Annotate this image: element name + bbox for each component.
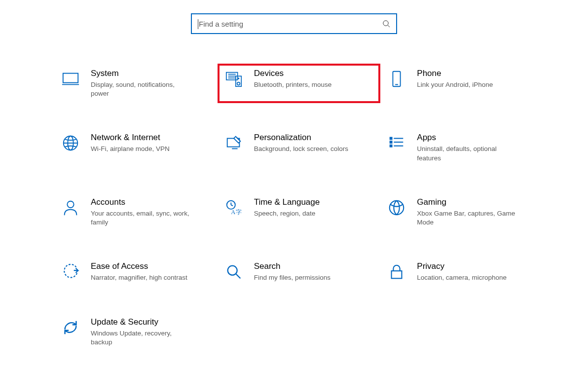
search-icon bbox=[382, 20, 390, 28]
system-icon bbox=[61, 70, 80, 88]
magnifier-icon bbox=[224, 262, 243, 281]
svg-point-10 bbox=[238, 78, 239, 79]
tile-title: Phone bbox=[417, 69, 493, 78]
tile-title: Personalization bbox=[254, 133, 348, 143]
svg-point-25 bbox=[67, 201, 74, 208]
tile-sub: Windows Update, recovery, backup bbox=[91, 329, 194, 347]
tile-text: Devices Bluetooth, printers, mouse bbox=[254, 69, 332, 89]
tile-sub: Your accounts, email, sync, work, family bbox=[91, 209, 194, 227]
tile-devices[interactable]: Devices Bluetooth, printers, mouse bbox=[218, 64, 381, 103]
settings-home: System Display, sound, notifications, po… bbox=[0, 0, 588, 352]
svg-line-28 bbox=[231, 205, 233, 206]
personalization-icon bbox=[224, 134, 243, 152]
tile-title: Ease of Access bbox=[91, 261, 187, 271]
tile-search[interactable]: Search Find my files, permissions bbox=[218, 257, 381, 287]
tile-text: Time & Language Speech, region, date bbox=[254, 197, 320, 218]
tile-update-security[interactable]: Update & Security Windows Update, recove… bbox=[54, 312, 218, 352]
devices-icon bbox=[224, 70, 243, 88]
svg-point-32 bbox=[227, 266, 237, 275]
svg-rect-19 bbox=[390, 138, 392, 140]
update-icon bbox=[61, 318, 80, 337]
svg-rect-34 bbox=[392, 271, 402, 278]
tile-network[interactable]: Network & Internet Wi-Fi, airplane mode,… bbox=[54, 128, 218, 167]
svg-point-0 bbox=[383, 21, 388, 26]
svg-rect-21 bbox=[390, 145, 392, 147]
tile-text: Network & Internet Wi-Fi, airplane mode,… bbox=[91, 133, 170, 153]
svg-text:字: 字 bbox=[235, 209, 241, 216]
tile-sub: Xbox Game Bar, captures, Game Mode bbox=[417, 209, 520, 227]
svg-line-1 bbox=[388, 25, 390, 27]
tile-sub: Display, sound, notifications, power bbox=[91, 80, 194, 98]
tile-text: Accounts Your accounts, email, sync, wor… bbox=[91, 197, 194, 227]
gaming-icon bbox=[387, 198, 406, 217]
svg-line-33 bbox=[236, 274, 240, 279]
tile-sub: Uninstall, defaults, optional features bbox=[417, 145, 520, 162]
tile-apps[interactable]: Apps Uninstall, defaults, optional featu… bbox=[380, 128, 544, 167]
tile-text: Update & Security Windows Update, recove… bbox=[91, 317, 194, 347]
tile-text: Personalization Background, lock screen,… bbox=[254, 133, 348, 153]
search-box[interactable] bbox=[191, 13, 397, 34]
time-language-icon: A 字 bbox=[224, 198, 243, 217]
tile-text: Phone Link your Android, iPhone bbox=[417, 69, 493, 89]
lock-icon bbox=[387, 262, 406, 281]
svg-point-9 bbox=[237, 82, 240, 85]
person-icon bbox=[61, 198, 80, 217]
tile-title: Network & Internet bbox=[91, 133, 170, 143]
ease-of-access-icon bbox=[61, 262, 80, 281]
tile-title: Devices bbox=[254, 69, 332, 78]
globe-icon bbox=[61, 134, 80, 152]
search-input[interactable] bbox=[198, 19, 382, 29]
tile-text: Search Find my files, permissions bbox=[254, 261, 331, 282]
tile-sub: Wi-Fi, airplane mode, VPN bbox=[91, 145, 170, 153]
tile-text: Ease of Access Narrator, magnifier, high… bbox=[91, 261, 187, 282]
tile-title: Gaming bbox=[417, 197, 520, 207]
settings-grid: System Display, sound, notifications, po… bbox=[0, 64, 588, 352]
tile-sub: Location, camera, microphone bbox=[417, 273, 507, 282]
tile-ease-of-access[interactable]: Ease of Access Narrator, magnifier, high… bbox=[54, 257, 218, 287]
tile-sub: Link your Android, iPhone bbox=[417, 80, 493, 89]
tile-text: Apps Uninstall, defaults, optional featu… bbox=[417, 133, 520, 162]
tile-text: System Display, sound, notifications, po… bbox=[91, 69, 194, 98]
tile-personalization[interactable]: Personalization Background, lock screen,… bbox=[218, 128, 381, 167]
tile-privacy[interactable]: Privacy Location, camera, microphone bbox=[380, 257, 544, 287]
tile-text: Privacy Location, camera, microphone bbox=[417, 261, 507, 282]
text-caret bbox=[198, 19, 198, 29]
tile-phone[interactable]: Phone Link your Android, iPhone bbox=[380, 64, 544, 103]
tile-sub: Background, lock screen, colors bbox=[254, 145, 348, 153]
apps-icon bbox=[387, 134, 406, 152]
tile-title: Apps bbox=[417, 133, 520, 143]
tile-title: System bbox=[91, 69, 194, 78]
tile-sub: Speech, region, date bbox=[254, 209, 320, 218]
svg-point-31 bbox=[390, 201, 404, 215]
tile-accounts[interactable]: Accounts Your accounts, email, sync, wor… bbox=[54, 192, 218, 232]
tile-title: Privacy bbox=[417, 261, 507, 271]
svg-text:A: A bbox=[231, 209, 235, 216]
phone-icon bbox=[387, 70, 406, 88]
tile-title: Time & Language bbox=[254, 197, 320, 207]
tile-gaming[interactable]: Gaming Xbox Game Bar, captures, Game Mod… bbox=[380, 192, 544, 232]
tile-title: Accounts bbox=[91, 197, 194, 207]
tile-sub: Narrator, magnifier, high contrast bbox=[91, 273, 187, 282]
svg-rect-20 bbox=[390, 142, 392, 144]
tile-title: Update & Security bbox=[91, 317, 194, 327]
tile-text: Gaming Xbox Game Bar, captures, Game Mod… bbox=[417, 197, 520, 227]
tile-title: Search bbox=[254, 261, 331, 271]
tile-sub: Find my files, permissions bbox=[254, 273, 331, 282]
tile-time-language[interactable]: A 字 Time & Language Speech, region, date bbox=[218, 192, 381, 232]
tile-system[interactable]: System Display, sound, notifications, po… bbox=[54, 64, 218, 103]
svg-rect-2 bbox=[63, 74, 78, 83]
search-wrap bbox=[0, 13, 588, 34]
tile-sub: Bluetooth, printers, mouse bbox=[254, 80, 332, 89]
